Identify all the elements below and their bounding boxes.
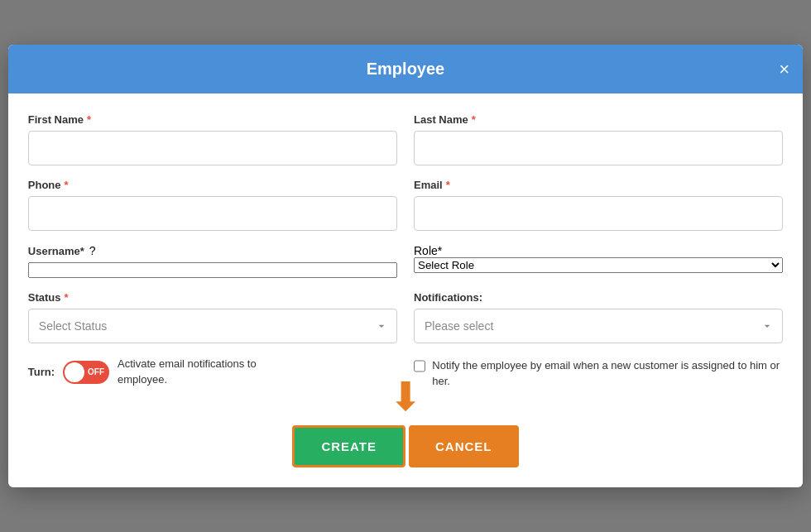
notify-section: Notify the employee by email when a new … [414,357,783,388]
last-name-required: * [472,113,476,126]
email-label: Email* [414,179,783,191]
status-required: * [65,291,69,304]
username-required: * [80,245,84,257]
status-label: Status* [28,291,397,304]
modal-title: Employee [367,60,444,78]
notifications-label: Notifications: [414,291,783,304]
phone-input[interactable] [28,196,397,231]
first-name-group: First Name* [28,113,397,165]
status-group: Status* Select Status [28,291,397,343]
notifications-select[interactable]: Please select [414,309,783,343]
last-name-label: Last Name* [414,113,783,126]
username-role-row: Username* ? Role* Select Role [28,244,783,278]
modal-overlay: Employee × First Name* Last Name* [0,0,811,532]
turn-label: Turn: [28,366,55,378]
modal-header: Employee × [8,45,803,93]
close-button[interactable]: × [779,60,789,79]
toggle-section: Turn: OFF Activate email notifications t… [28,357,397,386]
email-group: Email* [414,179,783,231]
last-name-group: Last Name* [414,113,783,165]
toggle-switch[interactable]: OFF [63,361,109,384]
role-group: Role* Select Role [414,244,783,273]
first-name-input[interactable] [28,131,397,165]
notify-checkbox[interactable] [414,360,425,372]
phone-label: Phone* [28,179,397,191]
email-input[interactable] [414,196,783,231]
username-label: Username* [28,245,84,257]
toggle-description: Activate email notifications to employee… [118,357,283,386]
username-group: Username* ? [28,244,397,278]
help-icon[interactable]: ? [89,244,96,257]
status-select[interactable]: Select Status [28,309,397,343]
toggle-thumb [65,362,84,382]
toggle-track: OFF [63,361,109,384]
cancel-button[interactable]: CANCEL [409,425,519,467]
phone-group: Phone* [28,179,397,231]
status-notifications-row: Status* Select Status Notifications: Ple… [28,291,783,343]
role-label: Role* [414,244,783,257]
role-required: * [438,244,442,257]
username-input[interactable] [28,262,397,278]
arrow-indicator: ⬇ [389,377,422,417]
role-select[interactable]: Select Role [414,257,783,273]
first-name-required: * [87,113,91,126]
create-button[interactable]: CREATE [292,425,406,467]
modal-body: First Name* Last Name* Phone* [8,93,803,418]
employee-modal: Employee × First Name* Last Name* [8,45,803,486]
toggle-state: OFF [88,367,104,376]
phone-required: * [65,179,69,191]
notify-text: Notify the employee by email when a new … [432,358,783,388]
modal-footer: ⬇ CREATE CANCEL [8,419,803,487]
notifications-group: Notifications: Please select [414,291,783,343]
last-name-input[interactable] [414,131,783,165]
name-row: First Name* Last Name* [28,113,783,165]
phone-email-row: Phone* Email* [28,179,783,231]
first-name-label: First Name* [28,113,397,126]
email-required: * [446,179,450,191]
